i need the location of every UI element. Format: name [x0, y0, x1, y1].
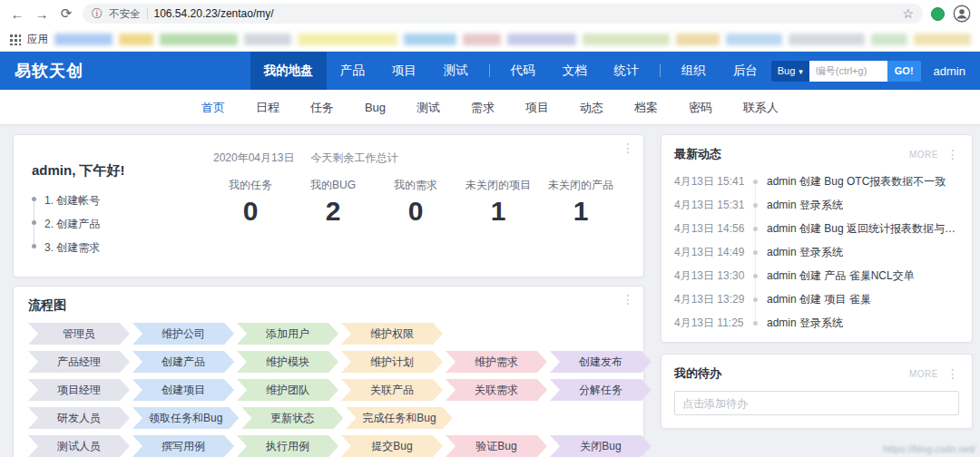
flow-step-1-2[interactable]: 维护计划 — [341, 351, 443, 373]
search-type-label: Bug — [778, 65, 796, 76]
bookmark-star-icon[interactable] — [902, 6, 914, 21]
flow-step-4-3[interactable]: 验证Bug — [446, 435, 547, 457]
bookmark-chip-9 — [676, 34, 720, 45]
apps-label[interactable]: 应用 — [27, 33, 48, 46]
bookmark-chip-11 — [789, 34, 865, 45]
flow-step-2-4[interactable]: 分解任务 — [550, 379, 652, 401]
flow-step-1-4[interactable]: 创建发布 — [550, 351, 652, 373]
info-icon[interactable] — [92, 6, 103, 22]
blurred-bookmarks — [54, 34, 971, 45]
flow-step-0-1[interactable]: 添加用户 — [237, 323, 338, 345]
subnav-item-7[interactable]: 动态 — [564, 90, 619, 125]
nav-item-2[interactable]: 项目 — [378, 52, 430, 90]
flow-step-1-0[interactable]: 创建产品 — [132, 351, 234, 373]
subnav-item-9[interactable]: 密码 — [673, 90, 728, 125]
flow-step-4-0[interactable]: 撰写用例 — [132, 435, 234, 457]
nav-item-3[interactable]: 测试 — [430, 52, 482, 90]
flow-step-4-4[interactable]: 关闭Bug — [550, 435, 652, 457]
flow-step-2-3[interactable]: 关联需求 — [446, 379, 547, 401]
activity-text[interactable]: admin 登录系统 — [767, 316, 843, 331]
flow-step-1-1[interactable]: 维护模块 — [237, 351, 338, 373]
subnav-item-2[interactable]: 任务 — [295, 90, 349, 125]
profile-icon[interactable] — [953, 5, 971, 23]
flow-step-2-1[interactable]: 维护团队 — [237, 379, 338, 401]
bookmark-chip-0 — [54, 34, 113, 45]
bookmark-chip-13 — [914, 34, 971, 45]
activity-text[interactable]: admin 登录系统 — [767, 198, 843, 213]
nav-item-1[interactable]: 产品 — [327, 52, 378, 90]
stats-block: 2020年04月13日 今天剩余工作总计 我的任务0我的BUG2我的需求0未关闭… — [201, 148, 629, 264]
activity-item-4: 4月13日 13:30admin 创建 产品 雀巢NCL交单 — [674, 264, 959, 287]
subnav-item-10[interactable]: 联系人 — [728, 90, 794, 125]
stat-value[interactable]: 1 — [461, 196, 535, 227]
subnav-item-6[interactable]: 项目 — [510, 90, 564, 125]
stat-label: 我的需求 — [378, 178, 453, 193]
stat-value[interactable]: 2 — [296, 196, 370, 227]
go-button[interactable]: GO! — [887, 61, 921, 82]
flow-step-2-2[interactable]: 关联产品 — [341, 379, 443, 401]
person-icon — [953, 5, 971, 23]
more-link[interactable]: MORE — [909, 150, 938, 160]
todo-input[interactable] — [674, 391, 959, 415]
search-type-dropdown[interactable]: Bug — [771, 61, 809, 82]
url-text[interactable]: 106.54.20.23/zentao/my/ — [154, 7, 274, 20]
nav-item-6[interactable]: 统计 — [601, 52, 652, 90]
subnav-item-4[interactable]: 测试 — [401, 90, 456, 125]
activity-time: 4月13日 13:30 — [674, 268, 745, 284]
tip-0[interactable]: 1. 创建帐号 — [44, 193, 201, 209]
flow-step-4-1[interactable]: 执行用例 — [237, 435, 338, 457]
address-bar[interactable]: 不安全 106.54.20.23/zentao/my/ — [83, 4, 923, 24]
nav-item-5[interactable]: 文档 — [549, 52, 601, 90]
apps-grid-icon[interactable] — [9, 34, 21, 45]
nav-item-7[interactable]: 组织 — [668, 52, 720, 90]
app-logo[interactable]: 易软天创 — [15, 60, 105, 82]
subnav-item-0[interactable]: 首页 — [186, 90, 240, 125]
activity-item-3: 4月13日 14:49admin 登录系统 — [674, 240, 959, 264]
back-icon[interactable] — [9, 6, 25, 22]
extension-icon[interactable] — [931, 7, 945, 21]
watermark: https://blog.csdn.net/ — [883, 443, 975, 454]
forward-icon[interactable] — [34, 6, 50, 22]
kebab-menu-icon[interactable] — [946, 366, 959, 381]
kebab-menu-icon[interactable] — [622, 292, 634, 306]
activity-text[interactable]: admin 创建 项目 雀巢 — [767, 292, 871, 307]
subnav-item-1[interactable]: 日程 — [240, 90, 295, 125]
tip-2[interactable]: 3. 创建需求 — [44, 240, 201, 256]
subnav-item-5[interactable]: 需求 — [456, 90, 510, 125]
flow-step-3-1[interactable]: 更新状态 — [241, 407, 343, 429]
flow-step-4-2[interactable]: 提交Bug — [341, 435, 443, 457]
activity-text[interactable]: admin 创建 Bug 返回统计报表数据与数据库... — [767, 221, 959, 237]
stat-label: 我的BUG — [296, 178, 370, 193]
activity-time: 4月13日 13:29 — [674, 292, 745, 307]
activity-text[interactable]: admin 创建 Bug OTC报表数据不一致 — [767, 174, 946, 190]
urlbar-divider — [147, 8, 148, 19]
timeline-dot-icon — [753, 321, 758, 326]
tip-1[interactable]: 2. 创建产品 — [44, 217, 201, 232]
timeline-dot-icon — [753, 274, 758, 278]
kebab-menu-icon[interactable] — [622, 141, 634, 155]
greeting: admin, 下午好! — [32, 162, 201, 180]
search-input[interactable] — [809, 61, 887, 82]
user-menu[interactable]: admin — [934, 64, 965, 78]
more-link[interactable]: MORE — [909, 369, 938, 379]
flow-step-3-0[interactable]: 领取任务和Bug — [132, 407, 239, 429]
reload-icon[interactable] — [58, 5, 74, 22]
nav-item-8[interactable]: 后台 — [720, 52, 771, 90]
stat-value[interactable]: 1 — [544, 196, 618, 227]
kebab-menu-icon[interactable] — [946, 147, 959, 161]
flow-step-3-2[interactable]: 完成任务和Bug — [346, 407, 452, 429]
flow-step-2-0[interactable]: 创建项目 — [132, 379, 234, 401]
activity-text[interactable]: admin 创建 产品 雀巢NCL交单 — [767, 268, 915, 284]
stat-value[interactable]: 0 — [378, 196, 453, 227]
browser-toolbar: 不安全 106.54.20.23/zentao/my/ — [0, 0, 980, 27]
subnav-item-8[interactable]: 档案 — [619, 90, 673, 125]
nav-item-0[interactable]: 我的地盘 — [250, 52, 327, 90]
subnav-item-3[interactable]: Bug — [349, 90, 401, 125]
bookmark-chip-7 — [507, 34, 576, 45]
activity-text[interactable]: admin 登录系统 — [767, 245, 843, 260]
flow-step-1-3[interactable]: 维护需求 — [446, 351, 547, 373]
flow-step-0-0[interactable]: 维护公司 — [132, 323, 234, 345]
nav-item-4[interactable]: 代码 — [497, 52, 549, 90]
flow-step-0-2[interactable]: 维护权限 — [341, 323, 443, 345]
stat-value[interactable]: 0 — [213, 196, 288, 227]
